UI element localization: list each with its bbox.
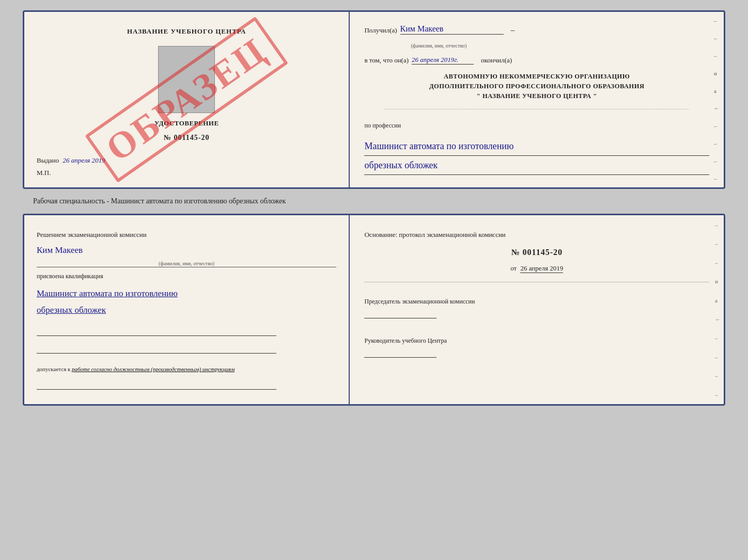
fio-hint-top: (фамилия, имя, отчество) (364, 43, 709, 49)
bottom-fio-hint: (фамилия, имя, отчество) (37, 261, 336, 267)
org-line3: " НАЗВАНИЕ УЧЕБНОГО ЦЕНТРА " (364, 91, 709, 101)
profession-line1: Машинист автомата по изготовлению (364, 137, 709, 156)
school-name-top: НАЗВАНИЕ УЧЕБНОГО ЦЕНТРА (37, 27, 336, 36)
top-left-panel: НАЗВАНИЕ УЧЕБНОГО ЦЕНТРА УДОСТОВЕРЕНИЕ №… (24, 12, 350, 187)
date-value: 26 апреля 2019г. (412, 56, 474, 65)
org-line2: ДОПОЛНИТЕЛЬНОГО ПРОФЕССИОНАЛЬНОГО ОБРАЗО… (364, 82, 709, 91)
poluchil-row: Получил(а) Ким Макеев – (364, 24, 709, 35)
vtom-label: в том, что он(а) (364, 56, 409, 65)
bottom-document: Решением экзаменационной комиссии Ким Ма… (23, 214, 725, 406)
ot-prefix: от (510, 264, 517, 272)
bottom-right-panel: Основание: протокол экзаменационной коми… (350, 215, 724, 404)
resheniem-text: Решением экзаменационной комиссии (37, 230, 336, 240)
vydano-label: Выдано (37, 156, 59, 164)
dopuskaetsya-text: работе согласно должностным (производств… (72, 366, 235, 372)
profession-block: Машинист автомата по изготовлению обрезн… (364, 137, 709, 175)
bottom-side-dashes: –––иа←–––– (715, 215, 721, 404)
po-professii-label: по профессии (364, 122, 709, 130)
vydano-date: 26 апреля 2019 (63, 156, 105, 164)
top-right-panel: Получил(а) Ким Макеев – (фамилия, имя, о… (350, 12, 724, 187)
rukovoditel-label: Руководитель учебного Центра (364, 336, 709, 345)
cert-label: УДОСТОВЕРЕНИЕ (37, 119, 336, 127)
qual-line1: Машинист автомата по изготовлению (37, 285, 336, 302)
org-block: АВТОНОМНУЮ НЕКОММЕРЧЕСКУЮ ОРГАНИЗАЦИЮ ДО… (364, 72, 709, 101)
mp-line: М.П. (37, 169, 51, 177)
prisvoena-text: присвоена квалификация (37, 273, 336, 280)
photo-placeholder (158, 46, 215, 113)
dopuskaetsya-prefix: допускается к (37, 366, 70, 372)
side-dashes: –––иа←–––– (714, 12, 720, 187)
okonchil-label: окончил(а) (481, 56, 512, 65)
osnovanie-text: Основание: протокол экзаменационной коми… (364, 230, 709, 241)
rukovoditel-block: Руководитель учебного Центра (364, 336, 709, 358)
qual-line2: обрезных обложек (37, 302, 336, 318)
org-line1: АВТОНОМНУЮ НЕКОММЕРЧЕСКУЮ ОРГАНИЗАЦИЮ (364, 72, 709, 82)
chairman-label: Председатель экзаменационной комиссии (364, 297, 709, 306)
chairman-signature-line (364, 308, 437, 318)
top-document: НАЗВАНИЕ УЧЕБНОГО ЦЕНТРА УДОСТОВЕРЕНИЕ №… (23, 10, 725, 189)
cert-number: № 001145-20 (37, 134, 336, 142)
poluchil-label: Получил(а) (364, 26, 397, 35)
protocol-number: № 001145-20 (364, 248, 709, 257)
vydano-line: Выдано 26 апреля 2019 (37, 156, 336, 165)
dopuskaetsya-block: допускается к работе согласно должностны… (37, 366, 336, 372)
profession-line2: обрезных обложек (364, 156, 709, 175)
poluchil-name: Ким Макеев (400, 24, 504, 35)
bottom-left-panel: Решением экзаменационной комиссии Ким Ма… (24, 215, 350, 404)
qualification-block: Машинист автомата по изготовлению обрезн… (37, 285, 336, 319)
rukovoditel-signature-line (364, 347, 437, 358)
ot-date: 26 апреля 2019 (520, 264, 563, 273)
chairman-block: Председатель экзаменационной комиссии (364, 297, 709, 318)
vtom-row: в том, что он(а) 26 апреля 2019г. окончи… (364, 56, 709, 65)
caption-text: Рабочая специальность - Машинист автомат… (10, 197, 286, 205)
bottom-name: Ким Макеев (37, 245, 336, 255)
ot-date-row: от 26 апреля 2019 (364, 264, 709, 273)
